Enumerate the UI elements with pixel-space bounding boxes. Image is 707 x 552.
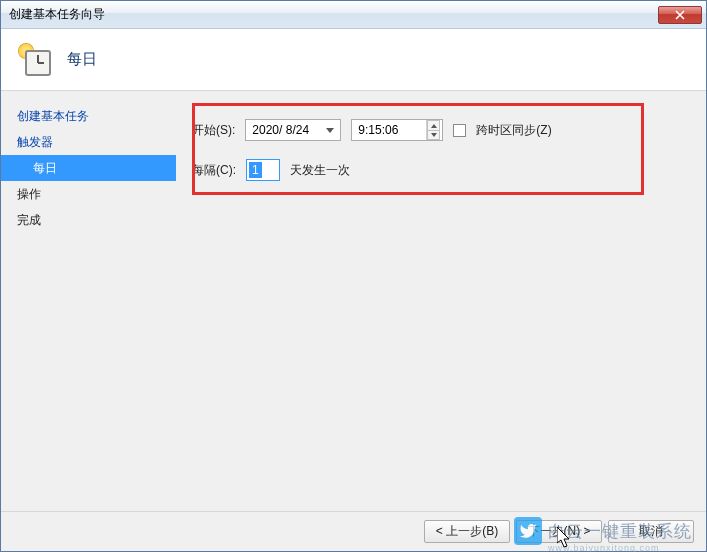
daily-icon — [19, 44, 51, 76]
wizard-window: 创建基本任务向导 每日 创建基本任务 触发器 每日 操作 完成 开始(S): 2… — [0, 0, 707, 552]
next-button[interactable]: 下一步(N) > — [516, 520, 602, 543]
interval-row: 每隔(C): 1 天发生一次 — [192, 159, 690, 181]
time-value: 9:15:06 — [358, 123, 426, 137]
page-title: 每日 — [67, 50, 97, 69]
time-spinner[interactable] — [426, 120, 440, 140]
start-label: 开始(S): — [192, 122, 235, 139]
sync-label: 跨时区同步(Z) — [476, 122, 551, 139]
highlight-box — [192, 103, 644, 195]
spin-up-icon[interactable] — [427, 120, 440, 130]
wizard-body: 创建基本任务 触发器 每日 操作 完成 开始(S): 2020/ 8/24 9:… — [1, 91, 706, 511]
sidebar-item-finish: 完成 — [1, 207, 176, 233]
wizard-header: 每日 — [1, 29, 706, 91]
start-row: 开始(S): 2020/ 8/24 9:15:06 跨时区同步(Z) — [192, 119, 690, 141]
sidebar: 创建基本任务 触发器 每日 操作 完成 — [1, 91, 176, 511]
sidebar-item-action: 操作 — [1, 181, 176, 207]
interval-value: 1 — [249, 162, 262, 178]
spin-down-icon[interactable] — [427, 130, 440, 140]
close-button[interactable] — [658, 6, 702, 24]
interval-label: 每隔(C): — [192, 162, 236, 179]
dropdown-arrow-icon — [322, 128, 338, 133]
interval-input[interactable]: 1 — [246, 159, 280, 181]
sidebar-item-create-task[interactable]: 创建基本任务 — [1, 103, 176, 129]
cancel-button[interactable]: 取消 — [608, 520, 694, 543]
sidebar-item-daily[interactable]: 每日 — [1, 155, 176, 181]
interval-suffix: 天发生一次 — [290, 162, 350, 179]
sidebar-item-trigger[interactable]: 触发器 — [1, 129, 176, 155]
window-title: 创建基本任务向导 — [9, 6, 658, 23]
back-button[interactable]: < 上一步(B) — [424, 520, 510, 543]
close-icon — [675, 10, 685, 20]
footer: < 上一步(B) 下一步(N) > 取消 白云一键重装系统 www.baiyun… — [1, 511, 706, 551]
titlebar: 创建基本任务向导 — [1, 1, 706, 29]
sync-checkbox[interactable] — [453, 124, 466, 137]
date-picker[interactable]: 2020/ 8/24 — [245, 119, 341, 141]
date-value: 2020/ 8/24 — [252, 123, 322, 137]
content-area: 开始(S): 2020/ 8/24 9:15:06 跨时区同步(Z) — [176, 91, 706, 511]
time-picker[interactable]: 9:15:06 — [351, 119, 443, 141]
